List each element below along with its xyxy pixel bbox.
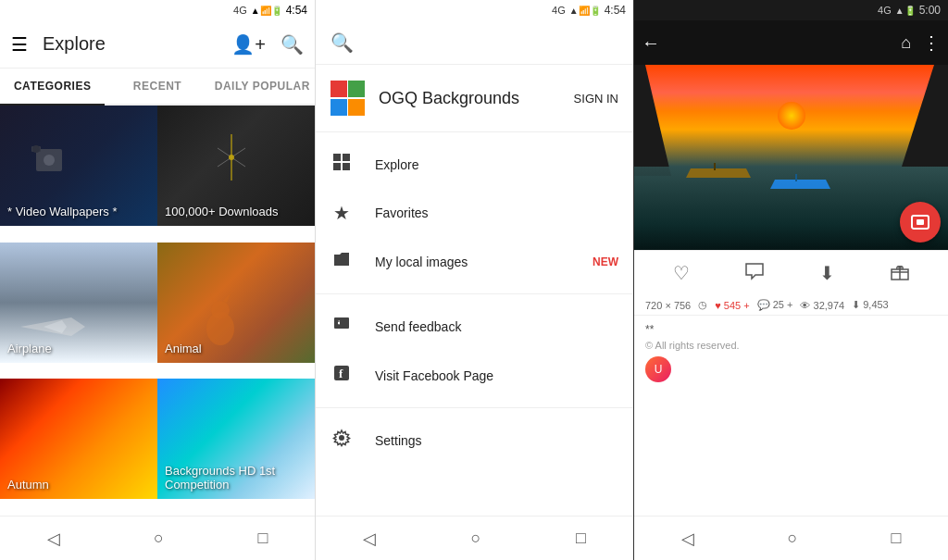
logo-tile-blue xyxy=(331,99,347,116)
explore-header: ☰ Explore 👤+ 🔍 xyxy=(0,20,315,68)
menu-label-settings: Settings xyxy=(375,433,618,448)
fab-button[interactable] xyxy=(900,202,941,243)
network-status-3: 4G xyxy=(878,5,892,16)
battery-icon-3: 🔋 xyxy=(904,6,916,16)
tab-recent[interactable]: RECENT xyxy=(105,68,209,104)
sign-in-button[interactable]: SIGN IN xyxy=(574,92,618,106)
grid-icon xyxy=(331,153,353,176)
user-row: U xyxy=(645,356,937,382)
svg-point-21 xyxy=(339,435,344,441)
avatar: U xyxy=(645,356,671,382)
panel-drawer: 4G ▲ 📶 🔋 4:54 🔍 OGQ Backgrounds SIGN IN xyxy=(315,0,633,560)
add-person-icon[interactable]: 👤+ xyxy=(231,33,266,56)
dimensions-label: 720 × 756 xyxy=(645,300,691,311)
drawer-menu: Explore ★ Favorites My local images NEW … xyxy=(316,132,633,516)
grid-label-video: * Video Wallpapers * xyxy=(7,205,118,218)
menu-label-local: My local images xyxy=(375,255,570,269)
category-tabs: CATEGORIES RECENT DAILY POPULAR xyxy=(0,68,315,106)
menu-item-settings[interactable]: Settings xyxy=(316,416,633,465)
clock-1: 4:54 xyxy=(286,4,307,17)
gear-icon xyxy=(331,429,353,452)
copyright-text: © All rights reserved. xyxy=(645,340,937,351)
tab-daily[interactable]: DAILY POPULAR xyxy=(210,68,315,104)
battery-icon-2: 🔋 xyxy=(590,6,601,16)
grid-item-animal[interactable]: Animal xyxy=(157,243,315,363)
nav-back-2[interactable]: ◁ xyxy=(348,521,391,556)
grid-item-downloads[interactable]: 100,000+ Downloads xyxy=(157,106,315,226)
menu-label-explore: Explore xyxy=(375,157,618,172)
image-description: ** © All rights reserved. U xyxy=(634,316,948,516)
grid-item-competition[interactable]: Backgrounds HD 1st Competition xyxy=(157,379,315,499)
drawer-header: OGQ Backgrounds SIGN IN xyxy=(316,65,633,132)
app-logo-area: OGQ Backgrounds xyxy=(331,80,519,117)
wallpaper-image xyxy=(634,65,948,250)
svg-rect-13 xyxy=(343,154,350,161)
grid-item-video[interactable]: * Video Wallpapers * xyxy=(0,106,157,226)
tab-categories[interactable]: CATEGORIES xyxy=(0,68,105,106)
gift-button[interactable] xyxy=(882,258,917,288)
signal-icon-3: ▲ xyxy=(895,6,904,16)
grid-label-airplane: Airplane xyxy=(7,342,52,355)
battery-icon-1: 🔋 xyxy=(271,6,282,16)
sunset-background xyxy=(634,65,948,250)
app-name: OGQ Backgrounds xyxy=(379,89,519,108)
menu-item-favorites[interactable]: ★ Favorites xyxy=(316,189,633,237)
menu-item-explore[interactable]: Explore xyxy=(316,140,633,189)
nav-recent-1[interactable]: □ xyxy=(243,521,282,555)
panel-image-view: 4G ▲ 🔋 5:00 ← ⌂ ⋮ xyxy=(633,0,948,560)
tree-left xyxy=(634,65,671,176)
status-bar-1: 4G ▲ 📶 🔋 4:54 xyxy=(0,0,315,20)
menu-label-facebook: Visit Facebook Page xyxy=(375,368,618,383)
svg-rect-15 xyxy=(343,163,350,170)
image-actions: ♡ ⬇ xyxy=(634,250,948,295)
nav-home-2[interactable]: ○ xyxy=(456,521,496,555)
status-bar-3: 4G ▲ 🔋 5:00 xyxy=(634,0,948,20)
network-status-1: 4G xyxy=(233,5,247,16)
hamburger-icon[interactable]: ☰ xyxy=(11,33,28,56)
comment-button[interactable] xyxy=(737,258,772,288)
likes-count: ♥ 545 + xyxy=(715,300,749,311)
back-button[interactable]: ← xyxy=(642,32,660,54)
more-options-button[interactable]: ⋮ xyxy=(922,31,941,54)
svg-rect-12 xyxy=(333,154,341,161)
search-icon[interactable]: 🔍 xyxy=(281,33,304,56)
svg-rect-25 xyxy=(917,219,924,225)
clock-2: 4:54 xyxy=(605,4,626,17)
home-button[interactable]: ⌂ xyxy=(901,33,911,53)
svg-marker-10 xyxy=(210,293,218,303)
logo-tile-green xyxy=(348,81,365,97)
tree-right xyxy=(902,65,948,167)
svg-point-3 xyxy=(32,145,40,153)
drawer-search-icon[interactable]: 🔍 xyxy=(331,31,354,54)
menu-item-feedback[interactable]: ! Send feedback xyxy=(316,302,633,351)
svg-point-9 xyxy=(211,301,230,319)
wifi-icon-1: 📶 xyxy=(260,6,271,16)
nav-recent-2[interactable]: □ xyxy=(561,521,601,555)
sun xyxy=(778,102,805,130)
menu-item-local[interactable]: My local images NEW xyxy=(316,237,633,286)
svg-marker-11 xyxy=(223,293,231,303)
svg-rect-14 xyxy=(333,163,341,170)
grid-item-airplane[interactable]: Airplane xyxy=(0,243,157,363)
nav-home-1[interactable]: ○ xyxy=(139,521,179,555)
menu-divider xyxy=(316,293,633,294)
download-button[interactable]: ⬇ xyxy=(812,258,842,288)
nav-home-3[interactable]: ○ xyxy=(773,521,813,555)
page-title: Explore xyxy=(43,33,231,55)
nav-back-3[interactable]: ◁ xyxy=(667,521,709,556)
menu-item-facebook[interactable]: f Visit Facebook Page xyxy=(316,351,633,400)
folder-icon xyxy=(331,250,353,273)
signal-icon-1: ▲ xyxy=(251,6,260,16)
heart-button[interactable]: ♡ xyxy=(666,258,697,288)
desc-text: ** xyxy=(645,323,937,336)
signal-icon-2: ▲ xyxy=(569,6,579,16)
svg-rect-16 xyxy=(334,317,349,329)
bottom-nav-2: ◁ ○ □ xyxy=(316,516,633,560)
grid-item-autumn[interactable]: Autumn xyxy=(0,379,157,499)
image-toolbar: ← ⌂ ⋮ xyxy=(634,20,948,65)
nav-back-1[interactable]: ◁ xyxy=(32,521,75,556)
bottom-nav-3: ◁ ○ □ xyxy=(634,516,948,560)
nav-recent-3[interactable]: □ xyxy=(877,521,917,555)
grid-label-downloads: 100,000+ Downloads xyxy=(165,205,279,218)
logo-tile-red xyxy=(331,81,347,97)
